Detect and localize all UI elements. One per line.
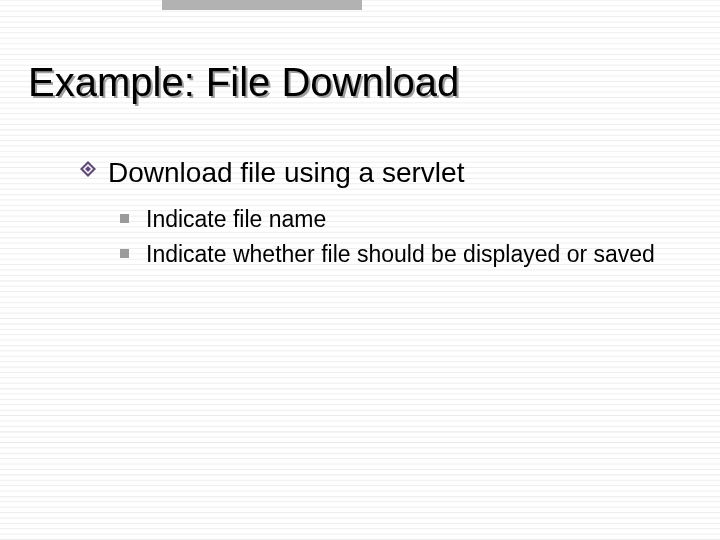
bullet-text: Download file using a servlet <box>108 157 464 188</box>
slide-title: Example: File Download <box>28 55 690 109</box>
bullet-level2: Indicate file name <box>120 204 680 235</box>
slide-body: Download file using a servlet Indicate f… <box>80 155 680 274</box>
bullet-level2: Indicate whether file should be displaye… <box>120 239 680 270</box>
bullet-text: Indicate whether file should be displaye… <box>146 241 655 267</box>
bullet-level1: Download file using a servlet <box>80 155 680 190</box>
diamond-bullet-icon <box>80 161 96 177</box>
square-bullet-icon <box>120 214 129 223</box>
sub-bullet-group: Indicate file name Indicate whether file… <box>120 204 680 270</box>
title-accent-band <box>162 0 362 10</box>
slide: Example: File Download Example: File Dow… <box>0 0 720 540</box>
bullet-text: Indicate file name <box>146 206 326 232</box>
square-bullet-icon <box>120 249 129 258</box>
